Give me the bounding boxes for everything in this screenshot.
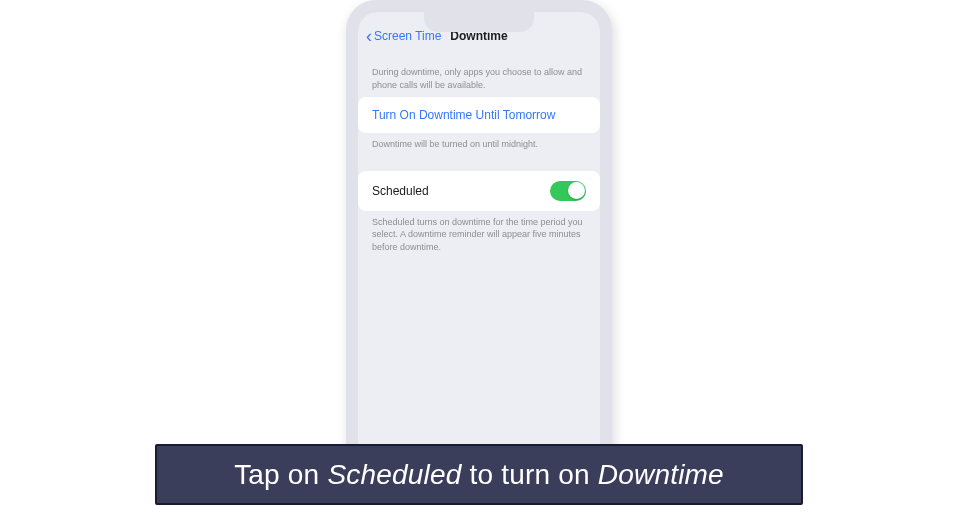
caption-em-scheduled: Scheduled: [327, 459, 461, 490]
scheduled-footer: Scheduled turns on downtime for the time…: [358, 211, 600, 262]
phone-screen: ‹ Screen Time Downtime During downtime, …: [358, 12, 600, 460]
back-label: Screen Time: [374, 29, 441, 43]
instruction-caption: Tap on Scheduled to turn on Downtime: [155, 444, 803, 505]
toggle-knob: [568, 182, 585, 199]
intro-description: During downtime, only apps you choose to…: [358, 56, 600, 97]
chevron-left-icon: ‹: [366, 26, 372, 47]
phone-notch: [424, 12, 534, 32]
turn-on-downtime-row[interactable]: Turn On Downtime Until Tomorrow: [358, 97, 600, 133]
caption-prefix: Tap on: [234, 459, 327, 490]
scheduled-toggle[interactable]: [550, 181, 586, 201]
turn-on-footer: Downtime will be turned on until midnigh…: [358, 133, 600, 159]
phone-frame: ‹ Screen Time Downtime During downtime, …: [346, 0, 612, 460]
caption-mid: to turn on: [462, 459, 598, 490]
caption-em-downtime: Downtime: [598, 459, 724, 490]
turn-on-downtime-label: Turn On Downtime Until Tomorrow: [372, 108, 555, 122]
scheduled-label: Scheduled: [372, 184, 429, 198]
scheduled-row[interactable]: Scheduled: [358, 171, 600, 211]
